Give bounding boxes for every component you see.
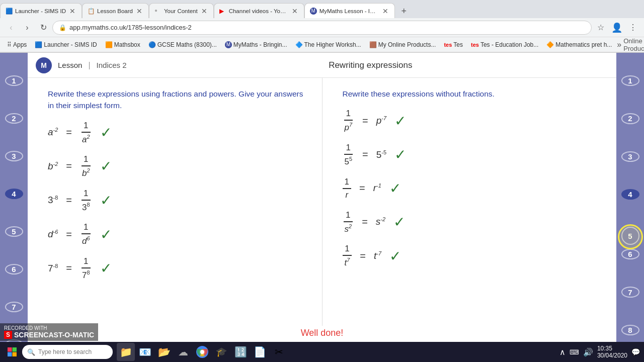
tab-your-content[interactable]: ● Your Content ✕ — [149, 3, 214, 18]
right-eq2-fraction: 1 55 — [343, 143, 355, 167]
tab-close-1[interactable]: ✕ — [68, 6, 76, 16]
right-eq2-numerator: 1 — [344, 143, 353, 155]
right-eq1-fraction: 1 p7 — [343, 109, 355, 133]
right-eq3-rhs: r-1 — [373, 183, 381, 194]
tab-title-1: Launcher - SIMS ID — [15, 8, 66, 14]
address-bar[interactable]: 🔒 app.mymaths.co.uk/1785-lesson/indices-… — [52, 21, 592, 35]
taskbar-app-folder[interactable]: 📂 — [155, 343, 173, 361]
taskbar-app-snip[interactable]: ✂ — [270, 343, 288, 361]
tab-launcher-sims[interactable]: 🟦 Launcher - SIMS ID ✕ — [0, 3, 82, 18]
left-num-3[interactable]: 3 — [5, 151, 23, 161]
bookmark-tes[interactable]: tes Tes — [441, 40, 466, 49]
right-eq-5: 1 t7 = t-7 ✓ — [343, 244, 602, 268]
left-eq2-denominator: b2 — [80, 166, 92, 178]
left-num-6[interactable]: 6 — [5, 264, 23, 275]
content-header: M Lesson | Indices 2 Rewriting expressio… — [28, 53, 616, 78]
taskbar-app-calculator[interactable]: 🔢 — [231, 343, 250, 361]
right-eq4-equals: = — [362, 216, 368, 228]
taskbar-search-box[interactable]: 🔍 — [22, 345, 113, 359]
bookmark-apps-label: Apps — [13, 41, 27, 48]
taskbar-app-onedrive[interactable]: ☁ — [174, 343, 192, 361]
left-num-2[interactable]: 2 — [5, 113, 23, 124]
main-area: 1 2 3 4 5 6 7 8 M Lesson | Indices 2 Rew… — [0, 53, 644, 362]
bookmark-gcse[interactable]: 🔵 GCSE Maths (8300)... — [145, 40, 220, 49]
right-instruction: Rewrite these expressions without fracti… — [343, 88, 602, 100]
left-eq4-lhs: d-6 — [48, 229, 58, 240]
right-eq4-check: ✓ — [393, 214, 405, 230]
new-tab-button[interactable]: + — [397, 4, 411, 18]
right-num-4[interactable]: 4 — [621, 189, 639, 200]
tab-close-2[interactable]: ✕ — [135, 6, 143, 16]
back-button[interactable]: ‹ — [4, 21, 18, 35]
tab-lesson-board[interactable]: 📋 Lesson Board ✕ — [82, 3, 149, 18]
right-num-1[interactable]: 1 — [621, 75, 639, 86]
left-num-4[interactable]: 4 — [5, 189, 23, 199]
taskbar-app-sims[interactable]: 🎓 — [212, 343, 230, 361]
right-eq3-numerator: 1 — [343, 177, 351, 189]
menu-dots-button[interactable]: ⋮ — [626, 21, 640, 35]
taskbar-app-chrome[interactable] — [193, 343, 211, 361]
bookmark-favicon-higher: 🔷 — [295, 41, 303, 48]
bookmark-mathsbox[interactable]: 🟧 Mathsbox — [102, 40, 143, 49]
right-eq3-equals: = — [359, 183, 365, 194]
bookmark-tes-label: Tes — [453, 41, 463, 48]
right-num-7[interactable]: 7 — [621, 287, 639, 297]
left-eq2-equals: = — [66, 160, 72, 172]
left-eq-2: b-2 = 1 b2 ✓ — [48, 154, 307, 178]
left-eq5-numerator: 1 — [82, 256, 90, 268]
calculator-icon: 🔢 — [234, 346, 247, 358]
bookmark-online-products[interactable]: 🟫 My Online Products... — [366, 40, 439, 49]
bookmark-tes-jobs[interactable]: tes Tes - Education Job... — [468, 40, 541, 49]
svg-rect-0 — [8, 347, 12, 352]
taskbar-search-input[interactable] — [38, 348, 104, 355]
right-num-5[interactable]: 5 — [621, 227, 639, 245]
reload-button[interactable]: ↻ — [36, 21, 50, 35]
taskbar-speaker-icon[interactable]: 🔊 — [583, 347, 593, 357]
bookmarks-more-button[interactable]: » — [617, 40, 621, 49]
left-num-5[interactable]: 5 — [5, 226, 23, 237]
left-eq2-lhs: b-2 — [48, 161, 58, 172]
left-number-column: 1 2 3 4 5 6 7 8 — [0, 53, 28, 362]
left-eq3-lhs: 3-8 — [48, 195, 58, 206]
bookmark-launcher-sims[interactable]: 🟦 Launcher - SIMS ID — [32, 40, 100, 49]
bookmark-mymaths[interactable]: M MyMaths - Bringin... — [222, 40, 290, 49]
taskbar-apps: 📁 📧 📂 ☁ 🎓 — [117, 343, 288, 361]
left-eq4-check: ✓ — [100, 226, 112, 243]
right-num-8[interactable]: 8 — [621, 325, 639, 335]
bookmark-apps[interactable]: ⠿ Apps — [4, 40, 30, 49]
tab-title-4: Channel videos - YouTube Stu... — [229, 8, 288, 14]
right-eq2-equals: = — [362, 149, 368, 160]
left-eq-3: 3-8 = 1 38 ✓ — [48, 189, 307, 213]
bookmark-math-pret-label: Mathematics pret h... — [555, 41, 612, 48]
right-num-3[interactable]: 3 — [621, 151, 639, 162]
outlook-icon: 📧 — [139, 346, 151, 358]
tab-close-5[interactable]: ✕ — [381, 6, 389, 16]
taskbar-app-pdf[interactable]: 📄 — [251, 343, 269, 361]
right-eq5-equals: = — [360, 250, 366, 262]
taskbar-notification-icon[interactable]: 💬 — [631, 348, 640, 356]
bookmark-star-button[interactable]: ☆ — [594, 21, 608, 35]
section-title: Rewriting expressions — [329, 60, 412, 70]
bookmark-favicon-launcher: 🟦 — [35, 41, 42, 48]
forward-button[interactable]: › — [20, 21, 34, 35]
right-num-2[interactable]: 2 — [621, 113, 639, 124]
taskbar-app-file-explorer[interactable]: 📁 — [117, 343, 135, 361]
taskbar-up-arrow-icon[interactable]: ∧ — [559, 347, 566, 357]
tab-favicon-4: ▶ — [219, 8, 226, 15]
bookmark-higher[interactable]: 🔷 The Higher Worksh... — [292, 40, 364, 49]
left-eq3-fraction: 1 38 — [80, 189, 92, 213]
tab-close-4[interactable]: ✕ — [291, 6, 299, 16]
profile-button[interactable]: 👤 — [610, 21, 624, 35]
onedrive-icon: ☁ — [178, 346, 188, 358]
taskbar-app-outlook[interactable]: 📧 — [136, 343, 154, 361]
left-num-1[interactable]: 1 — [5, 75, 23, 86]
tab-youtube[interactable]: ▶ Channel videos - YouTube Stu... ✕ — [214, 3, 304, 18]
content-pane: M Lesson | Indices 2 Rewriting expressio… — [28, 53, 616, 362]
nav-right: ☆ 👤 ⋮ — [594, 21, 640, 35]
start-button[interactable] — [4, 344, 20, 360]
right-num-6[interactable]: 6 — [621, 249, 639, 259]
bookmark-math-pret[interactable]: 🔶 Mathematics pret h... — [543, 40, 615, 49]
left-num-7[interactable]: 7 — [5, 302, 23, 312]
tab-close-3[interactable]: ✕ — [200, 6, 208, 16]
tab-mymaths[interactable]: M MyMaths Lesson - Indices 2 ✕ — [304, 3, 395, 18]
